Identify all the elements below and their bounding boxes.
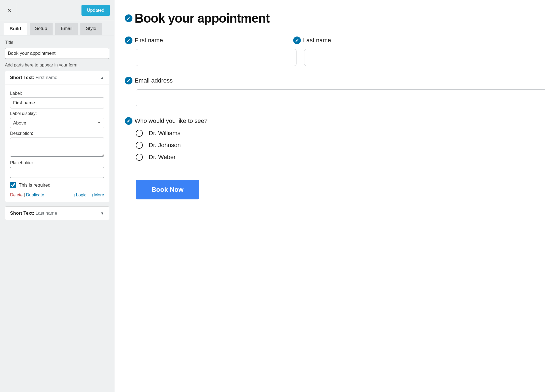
last-name-label: Last name	[303, 37, 331, 44]
close-icon	[7, 8, 12, 13]
part-first-name: Short Text: First name ▲ Label: Label di…	[5, 71, 109, 202]
part-first-name-header[interactable]: Short Text: First name ▲	[5, 71, 109, 84]
radio-option[interactable]: Dr. Weber	[136, 154, 545, 161]
part-name: Last name	[35, 211, 57, 216]
pencil-icon	[127, 119, 131, 123]
first-name-label: First name	[135, 37, 163, 44]
label-input[interactable]	[10, 98, 104, 108]
parts-hint: Add parts here to appear in your form.	[5, 63, 109, 68]
edit-title-button[interactable]	[125, 14, 132, 22]
title-label: Title	[5, 40, 109, 45]
last-name-input[interactable]	[304, 49, 545, 66]
tab-build[interactable]: Build	[4, 23, 27, 35]
first-name-input[interactable]	[136, 49, 296, 66]
radio-icon	[136, 142, 143, 149]
radio-option[interactable]: Dr. Williams	[136, 130, 545, 137]
more-link[interactable]: ↓More	[92, 193, 104, 197]
email-label: Email address	[135, 77, 172, 84]
placeholder-label: Placeholder:	[10, 160, 104, 165]
title-input[interactable]	[5, 48, 109, 59]
label-label: Label:	[10, 91, 104, 96]
label-display-label: Label display:	[10, 111, 104, 116]
logic-link[interactable]: ↓Logic	[73, 193, 86, 197]
arrow-down-icon: ↓	[92, 193, 94, 197]
email-input[interactable]	[136, 89, 545, 106]
edit-field-button[interactable]	[125, 37, 132, 44]
edit-field-button[interactable]	[125, 117, 132, 125]
radio-option-label: Dr. Johnson	[149, 142, 181, 149]
arrow-down-icon: ↓	[73, 193, 75, 197]
part-type-label: Short Text:	[10, 211, 34, 216]
radio-option-label: Dr. Weber	[149, 154, 176, 161]
tab-email[interactable]: Email	[55, 23, 78, 35]
radio-icon	[136, 130, 143, 137]
field-first-name: First name	[125, 37, 286, 66]
part-first-name-body: Label: Label display: Above Description:…	[5, 84, 109, 202]
label-display-select[interactable]: Above	[10, 118, 104, 128]
tab-style[interactable]: Style	[80, 23, 102, 35]
edit-field-button[interactable]	[125, 77, 132, 84]
tab-setup[interactable]: Setup	[30, 23, 53, 35]
required-label: This is required	[19, 183, 50, 188]
part-last-name: Short Text: Last name ▼	[5, 206, 109, 220]
form-title: Book your appointment	[135, 11, 270, 26]
chevron-up-icon: ▲	[100, 75, 104, 80]
sidebar-toolbar: Updated	[0, 0, 114, 21]
submit-button[interactable]: Book Now	[136, 180, 199, 199]
placeholder-input[interactable]	[10, 167, 104, 178]
pencil-icon	[127, 79, 131, 83]
title-section: Title Add parts here to appear in your f…	[0, 35, 114, 229]
close-button[interactable]	[2, 3, 16, 17]
required-checkbox[interactable]	[10, 182, 16, 188]
part-name: First name	[35, 75, 57, 80]
field-email: Email address	[125, 77, 545, 106]
description-label: Description:	[10, 131, 104, 136]
field-last-name: Last name	[293, 37, 545, 66]
chevron-down-icon: ▼	[100, 211, 104, 215]
radio-question-label: Who would you like to see?	[135, 117, 208, 124]
part-last-name-header[interactable]: Short Text: Last name ▼	[5, 207, 109, 220]
radio-icon	[136, 154, 143, 161]
field-radio: Who would you like to see? Dr. Williams …	[125, 117, 545, 161]
tabs: Build Setup Email Style	[0, 21, 114, 35]
part-type-label: Short Text:	[10, 75, 34, 80]
builder-sidebar: Updated Build Setup Email Style Title Ad…	[0, 0, 114, 392]
pencil-icon	[127, 16, 131, 20]
radio-option[interactable]: Dr. Johnson	[136, 142, 545, 149]
description-textarea[interactable]	[10, 138, 104, 157]
updated-button[interactable]: Updated	[81, 5, 110, 16]
delete-link[interactable]: Delete	[10, 193, 23, 197]
edit-field-button[interactable]	[293, 37, 301, 44]
radio-option-label: Dr. Williams	[149, 130, 180, 137]
pencil-icon	[295, 38, 299, 42]
duplicate-link[interactable]: Duplicate	[26, 193, 44, 197]
form-preview: Book your appointment First name Last na…	[114, 0, 545, 392]
pencil-icon	[127, 38, 131, 42]
